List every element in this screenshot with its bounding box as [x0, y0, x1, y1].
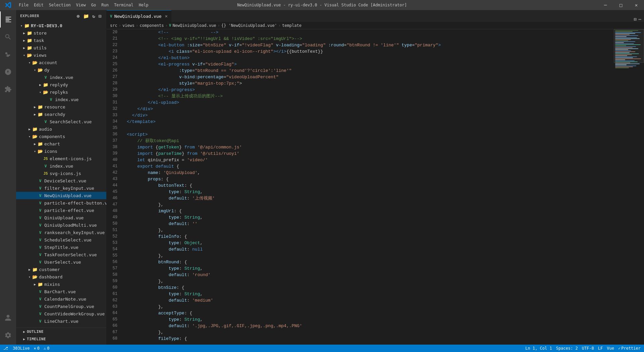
menu-bar[interactable]: File Edit Selection View Go Run Terminal… [16, 1, 151, 9]
tree-item-task[interactable]: ▶ 📁 task [16, 37, 106, 44]
tree-arrow-searchdy: ▶ [32, 112, 38, 117]
tree-item-utils[interactable]: ▶ 📁 utils [16, 44, 106, 51]
tree-item-store[interactable]: ▶ 📁 store [16, 29, 106, 37]
menu-help[interactable]: Help [136, 1, 151, 9]
tree-item-index-vue-dy[interactable]: ▶ V index.vue [16, 74, 106, 81]
tree-item-CalendarNote[interactable]: ▶ V CalendarNote.vue [16, 295, 106, 303]
refresh-explorer-icon[interactable]: ↻ [92, 13, 96, 19]
tree-item-index-vue-icons[interactable]: ▶ V index.vue [16, 162, 106, 170]
encoding[interactable]: UTF-8 [582, 346, 594, 351]
tree-item-UserSelect[interactable]: ▶ V UserSelect.vue [16, 258, 106, 266]
git-branch[interactable]: 303Live [13, 346, 30, 351]
tree-item-icons[interactable]: ▾ 📂 icons [16, 147, 106, 155]
status-bar: ⎇ 303Live ✕ 0 ⚠ 0 Ln 1, Col 1 Spaces: 2 … [0, 345, 644, 352]
split-editor-icon[interactable]: ⊟ [634, 16, 636, 22]
tree-item-customer[interactable]: ▶ 📁 customer [16, 266, 106, 273]
tree-item-BarChart[interactable]: ▶ V BarChart.vue [16, 288, 106, 295]
tree-item-TaskFooterSelect[interactable]: ▶ V TaskFooterSelect.vue [16, 251, 106, 258]
collapse-all-icon[interactable]: ⊟ [98, 13, 102, 19]
new-folder-icon[interactable]: 📁 [83, 13, 90, 19]
breadcrumb-scope[interactable]: {} 'NewQiniuUpload.vue' [221, 23, 277, 28]
tree-item-NewQiniuUpload[interactable]: ▶ V NewQiniuUpload.vue [16, 192, 106, 199]
tree-label-svg-icons: svg-icons.js [50, 171, 81, 176]
tree-item-views[interactable]: ▾ 📂 views [16, 51, 106, 59]
menu-view[interactable]: View [73, 1, 89, 9]
menu-file[interactable]: File [16, 1, 31, 9]
tree-item-particle-effect[interactable]: ▶ V particle-effect.vue [16, 207, 106, 214]
formatter[interactable]: ✓ Prettier [618, 346, 641, 351]
tree-item-components[interactable]: ▾ 📂 components [16, 133, 106, 140]
activity-source-control[interactable] [0, 46, 16, 62]
tab-NewQiniuUpload[interactable]: V NewQiniuUpload.vue × [107, 10, 171, 22]
tree-item-ScheduleSelect[interactable]: ▶ V ScheduleSelect.vue [16, 236, 106, 244]
menu-edit[interactable]: Edit [31, 1, 46, 9]
tree-item-index-vue-replyks[interactable]: ▶ V index.vue [16, 96, 106, 103]
outline-panel-header[interactable]: ▶ OUTLINE [16, 328, 106, 335]
tree-item-CountPanelGroup[interactable]: ▶ V CountPanelGroup.vue [16, 303, 106, 310]
tree-item-LineChart[interactable]: ▶ V LineChart.vue [16, 317, 106, 325]
dashboard-folder-icon: 📂 [32, 274, 38, 279]
tree-item-filter-keyInput[interactable]: ▶ V filter_keyInput.vue [16, 184, 106, 192]
window-maximize-button[interactable]: □ [613, 0, 629, 10]
tree-item-mixins[interactable]: ▶ 📁 mixins [16, 280, 106, 288]
tree-item-ranksearch-keyInput[interactable]: ▶ V ranksearch_keyInput.vue [16, 229, 106, 236]
activity-settings[interactable] [0, 327, 16, 343]
tree-arrow-mixins: ▶ [32, 281, 38, 287]
activity-explorer[interactable] [0, 11, 16, 28]
tree-arrow-dy: ▾ [32, 67, 38, 73]
tree-item-audio[interactable]: ▶ 📁 audio [16, 125, 106, 133]
eol[interactable]: LF [598, 346, 603, 351]
breadcrumb-vue-icon: V [169, 23, 171, 28]
tree-item-replydy[interactable]: ▶ 📁 replydy [16, 81, 106, 88]
more-actions-icon[interactable]: ⋯ [639, 16, 641, 22]
ln-43: 43 [107, 176, 121, 182]
tab-close-button[interactable]: × [165, 13, 168, 19]
tree-item-dy[interactable]: ▾ 📂 dy [16, 66, 106, 74]
tree-item-account[interactable]: ▾ 📂 account [16, 59, 106, 66]
activity-extensions[interactable] [0, 81, 16, 97]
tree-item-resource[interactable]: ▶ 📁 resource [16, 103, 106, 111]
menu-go[interactable]: Go [89, 1, 99, 9]
timeline-panel-header[interactable]: ▶ TIMELINE [16, 335, 106, 343]
tree-item-QiniuUpload[interactable]: ▶ V QiniuUpload.vue [16, 214, 106, 221]
breadcrumb-views[interactable]: views [122, 23, 135, 28]
menu-terminal[interactable]: Terminal [111, 1, 136, 9]
window-close-button[interactable]: ✕ [629, 0, 644, 10]
account-folder-icon: 📂 [32, 60, 38, 65]
tree-arrow-dashboard: ▾ [27, 274, 32, 279]
tree-root[interactable]: ▾ 📁 RY-UI-DEV3.0 [16, 22, 106, 29]
window-minimize-button[interactable]: ─ [598, 0, 613, 10]
tree-item-DeviceSelect[interactable]: ▶ V DeviceSelect.vue [16, 177, 106, 184]
tree-item-SearchSelect[interactable]: ▶ V SearchSelect.vue [16, 118, 106, 125]
menu-run[interactable]: Run [99, 1, 111, 9]
breadcrumb-filename[interactable]: NewQiniuUpload.vue [172, 23, 216, 28]
breadcrumb-components[interactable]: components [140, 23, 164, 28]
activity-account[interactable] [0, 310, 16, 326]
warning-count[interactable]: ⚠ 0 [44, 346, 49, 351]
breadcrumb-src[interactable]: src [110, 23, 117, 28]
tree-item-dashboard[interactable]: ▾ 📂 dashboard [16, 273, 106, 280]
cursor-position[interactable]: Ln 1, Col 1 [525, 346, 552, 351]
tree-item-replyks[interactable]: ▾ 📂 replyks [16, 88, 106, 96]
new-file-icon[interactable]: ⊕ [76, 13, 80, 19]
code-editor[interactable]: <!-- --> <!-- <img v-if="!!imgUrl && !is… [123, 29, 614, 345]
minimap[interactable] [614, 29, 644, 345]
code-line-31: </el-upload> [123, 99, 614, 106]
tree-label-QiniuUploadMulti: QiniuUploadMulti.vue [44, 223, 97, 228]
tree-item-CountVideoWorkGroup[interactable]: ▶ V CountVideoWorkGroup.vue [16, 310, 106, 317]
breadcrumb-template[interactable]: template [282, 23, 302, 28]
tree-item-StepTitle[interactable]: ▶ V StepTitle.vue [16, 244, 106, 251]
tree-item-echart[interactable]: ▶ 📁 echart [16, 140, 106, 147]
menu-selection[interactable]: Selection [46, 1, 73, 9]
language-mode[interactable]: Vue [607, 346, 614, 351]
tree-item-svg-icons-js[interactable]: ▶ JS svg-icons.js [16, 170, 106, 177]
tree-item-QiniuUploadMulti[interactable]: ▶ V QiniuUploadMulti.vue [16, 221, 106, 229]
activity-debug[interactable] [0, 64, 16, 80]
indentation[interactable]: Spaces: 2 [556, 346, 578, 351]
tree-item-searchdy[interactable]: ▶ 📁 searchdy [16, 111, 106, 118]
echart-folder-icon: 📁 [38, 141, 43, 146]
error-count[interactable]: ✕ 0 [34, 346, 40, 351]
activity-search[interactable] [0, 29, 16, 45]
tree-item-particle-effect-button[interactable]: ▶ V particle-effect-button.vue [16, 199, 106, 207]
tree-item-element-icons-js[interactable]: ▶ JS element-icons.js [16, 155, 106, 162]
